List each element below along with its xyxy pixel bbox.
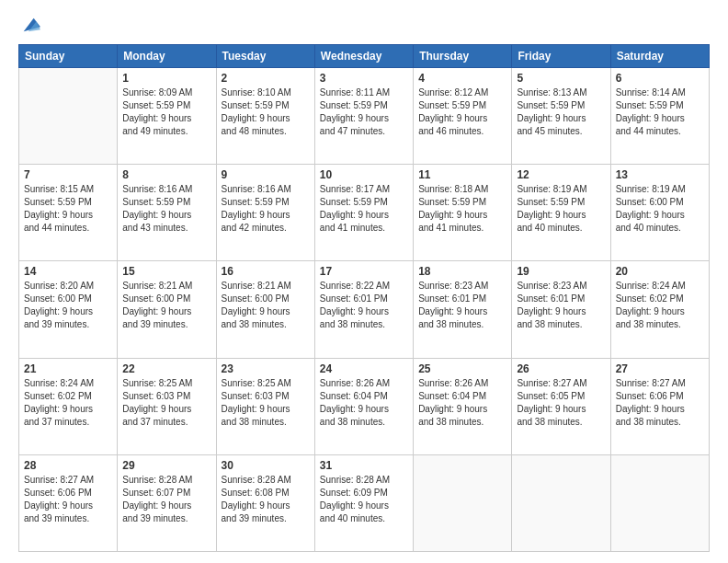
day-number: 9 bbox=[222, 168, 310, 181]
calendar-cell: 27Sunrise: 8:27 AMSunset: 6:06 PMDayligh… bbox=[610, 358, 709, 454]
day-info: Sunrise: 8:18 AMSunset: 5:59 PMDaylight:… bbox=[418, 183, 506, 235]
calendar-cell: 3Sunrise: 8:11 AMSunset: 5:59 PMDaylight… bbox=[314, 68, 413, 165]
calendar-cell: 14Sunrise: 8:20 AMSunset: 6:00 PMDayligh… bbox=[19, 261, 118, 358]
calendar-cell: 15Sunrise: 8:21 AMSunset: 6:00 PMDayligh… bbox=[118, 261, 216, 358]
day-info: Sunrise: 8:28 AMSunset: 6:08 PMDaylight:… bbox=[222, 474, 310, 525]
calendar-week-4: 21Sunrise: 8:24 AMSunset: 6:02 PMDayligh… bbox=[19, 358, 710, 454]
day-number: 24 bbox=[320, 362, 408, 375]
calendar-cell: 28Sunrise: 8:27 AMSunset: 6:06 PMDayligh… bbox=[19, 454, 118, 551]
calendar-week-3: 14Sunrise: 8:20 AMSunset: 6:00 PMDayligh… bbox=[19, 261, 710, 358]
day-info: Sunrise: 8:28 AMSunset: 6:09 PMDaylight:… bbox=[320, 474, 408, 525]
day-number: 30 bbox=[222, 459, 310, 472]
day-info: Sunrise: 8:24 AMSunset: 6:02 PMDaylight:… bbox=[24, 377, 112, 429]
day-number: 4 bbox=[418, 72, 506, 85]
day-number: 2 bbox=[222, 72, 310, 85]
logo bbox=[18, 17, 40, 35]
day-info: Sunrise: 8:28 AMSunset: 6:07 PMDaylight:… bbox=[122, 474, 210, 525]
calendar-cell: 12Sunrise: 8:19 AMSunset: 5:59 PMDayligh… bbox=[512, 165, 610, 261]
weekday-header-tuesday: Tuesday bbox=[216, 45, 314, 68]
calendar-cell: 16Sunrise: 8:21 AMSunset: 6:00 PMDayligh… bbox=[216, 261, 314, 358]
day-number: 14 bbox=[24, 265, 112, 278]
day-info: Sunrise: 8:26 AMSunset: 6:04 PMDaylight:… bbox=[320, 377, 408, 429]
calendar-cell: 9Sunrise: 8:16 AMSunset: 5:59 PMDaylight… bbox=[216, 165, 314, 261]
day-info: Sunrise: 8:21 AMSunset: 6:00 PMDaylight:… bbox=[122, 280, 210, 331]
day-number: 19 bbox=[517, 265, 605, 278]
day-info: Sunrise: 8:19 AMSunset: 6:00 PMDaylight:… bbox=[616, 183, 704, 235]
day-info: Sunrise: 8:14 AMSunset: 5:59 PMDaylight:… bbox=[616, 86, 704, 138]
day-number: 28 bbox=[24, 459, 112, 472]
calendar-cell: 19Sunrise: 8:23 AMSunset: 6:01 PMDayligh… bbox=[512, 261, 610, 358]
day-info: Sunrise: 8:27 AMSunset: 6:05 PMDaylight:… bbox=[517, 377, 605, 429]
day-info: Sunrise: 8:16 AMSunset: 5:59 PMDaylight:… bbox=[222, 183, 310, 235]
calendar-cell: 8Sunrise: 8:16 AMSunset: 5:59 PMDaylight… bbox=[118, 165, 216, 261]
day-number: 6 bbox=[616, 72, 704, 85]
day-info: Sunrise: 8:23 AMSunset: 6:01 PMDaylight:… bbox=[418, 280, 506, 331]
day-info: Sunrise: 8:27 AMSunset: 6:06 PMDaylight:… bbox=[616, 377, 704, 429]
calendar-cell: 21Sunrise: 8:24 AMSunset: 6:02 PMDayligh… bbox=[19, 358, 118, 454]
calendar-cell: 20Sunrise: 8:24 AMSunset: 6:02 PMDayligh… bbox=[610, 261, 709, 358]
calendar-cell: 23Sunrise: 8:25 AMSunset: 6:03 PMDayligh… bbox=[216, 358, 314, 454]
calendar-cell: 26Sunrise: 8:27 AMSunset: 6:05 PMDayligh… bbox=[512, 358, 610, 454]
calendar-cell bbox=[19, 68, 118, 165]
calendar-cell bbox=[610, 454, 709, 551]
weekday-header-thursday: Thursday bbox=[414, 45, 512, 68]
day-info: Sunrise: 8:25 AMSunset: 6:03 PMDaylight:… bbox=[222, 377, 310, 429]
calendar-cell: 18Sunrise: 8:23 AMSunset: 6:01 PMDayligh… bbox=[414, 261, 512, 358]
calendar-cell: 30Sunrise: 8:28 AMSunset: 6:08 PMDayligh… bbox=[216, 454, 314, 551]
day-number: 11 bbox=[418, 168, 506, 181]
day-info: Sunrise: 8:22 AMSunset: 6:01 PMDaylight:… bbox=[320, 280, 408, 331]
day-info: Sunrise: 8:15 AMSunset: 5:59 PMDaylight:… bbox=[24, 183, 112, 235]
calendar-cell: 5Sunrise: 8:13 AMSunset: 5:59 PMDaylight… bbox=[512, 68, 610, 165]
calendar-week-5: 28Sunrise: 8:27 AMSunset: 6:06 PMDayligh… bbox=[19, 454, 710, 551]
weekday-header-monday: Monday bbox=[118, 45, 216, 68]
day-number: 27 bbox=[616, 362, 704, 375]
calendar-cell: 11Sunrise: 8:18 AMSunset: 5:59 PMDayligh… bbox=[414, 165, 512, 261]
day-info: Sunrise: 8:27 AMSunset: 6:06 PMDaylight:… bbox=[24, 474, 112, 525]
day-number: 20 bbox=[616, 265, 704, 278]
day-number: 25 bbox=[418, 362, 506, 375]
calendar-cell: 13Sunrise: 8:19 AMSunset: 6:00 PMDayligh… bbox=[610, 165, 709, 261]
day-info: Sunrise: 8:21 AMSunset: 6:00 PMDaylight:… bbox=[222, 280, 310, 331]
day-info: Sunrise: 8:12 AMSunset: 5:59 PMDaylight:… bbox=[418, 86, 506, 138]
day-number: 21 bbox=[24, 362, 112, 375]
day-number: 22 bbox=[122, 362, 210, 375]
calendar-cell: 4Sunrise: 8:12 AMSunset: 5:59 PMDaylight… bbox=[414, 68, 512, 165]
calendar-cell: 31Sunrise: 8:28 AMSunset: 6:09 PMDayligh… bbox=[314, 454, 413, 551]
calendar-cell: 6Sunrise: 8:14 AMSunset: 5:59 PMDaylight… bbox=[610, 68, 709, 165]
day-info: Sunrise: 8:09 AMSunset: 5:59 PMDaylight:… bbox=[122, 86, 210, 138]
day-number: 8 bbox=[122, 168, 210, 181]
day-info: Sunrise: 8:19 AMSunset: 5:59 PMDaylight:… bbox=[517, 183, 605, 235]
day-number: 16 bbox=[222, 265, 310, 278]
day-info: Sunrise: 8:11 AMSunset: 5:59 PMDaylight:… bbox=[320, 86, 408, 138]
day-info: Sunrise: 8:25 AMSunset: 6:03 PMDaylight:… bbox=[122, 377, 210, 429]
day-number: 31 bbox=[320, 459, 408, 472]
day-number: 5 bbox=[517, 72, 605, 85]
day-info: Sunrise: 8:26 AMSunset: 6:04 PMDaylight:… bbox=[418, 377, 506, 429]
weekday-header-row: SundayMondayTuesdayWednesdayThursdayFrid… bbox=[19, 45, 710, 68]
calendar-cell: 2Sunrise: 8:10 AMSunset: 5:59 PMDaylight… bbox=[216, 68, 314, 165]
calendar-cell: 22Sunrise: 8:25 AMSunset: 6:03 PMDayligh… bbox=[118, 358, 216, 454]
calendar-week-2: 7Sunrise: 8:15 AMSunset: 5:59 PMDaylight… bbox=[19, 165, 710, 261]
calendar-cell: 29Sunrise: 8:28 AMSunset: 6:07 PMDayligh… bbox=[118, 454, 216, 551]
calendar-week-1: 1Sunrise: 8:09 AMSunset: 5:59 PMDaylight… bbox=[19, 68, 710, 165]
day-number: 7 bbox=[24, 168, 112, 181]
day-number: 12 bbox=[517, 168, 605, 181]
day-number: 23 bbox=[222, 362, 310, 375]
day-number: 26 bbox=[517, 362, 605, 375]
day-info: Sunrise: 8:23 AMSunset: 6:01 PMDaylight:… bbox=[517, 280, 605, 331]
day-info: Sunrise: 8:24 AMSunset: 6:02 PMDaylight:… bbox=[616, 280, 704, 331]
day-info: Sunrise: 8:17 AMSunset: 5:59 PMDaylight:… bbox=[320, 183, 408, 235]
calendar-cell: 24Sunrise: 8:26 AMSunset: 6:04 PMDayligh… bbox=[314, 358, 413, 454]
day-number: 3 bbox=[320, 72, 408, 85]
calendar-table: SundayMondayTuesdayWednesdayThursdayFrid… bbox=[18, 44, 710, 552]
calendar-cell: 10Sunrise: 8:17 AMSunset: 5:59 PMDayligh… bbox=[314, 165, 413, 261]
calendar-cell bbox=[512, 454, 610, 551]
calendar-cell: 7Sunrise: 8:15 AMSunset: 5:59 PMDaylight… bbox=[19, 165, 118, 261]
weekday-header-wednesday: Wednesday bbox=[314, 45, 413, 68]
day-number: 13 bbox=[616, 168, 704, 181]
calendar-cell: 25Sunrise: 8:26 AMSunset: 6:04 PMDayligh… bbox=[414, 358, 512, 454]
day-info: Sunrise: 8:10 AMSunset: 5:59 PMDaylight:… bbox=[222, 86, 310, 138]
weekday-header-friday: Friday bbox=[512, 45, 610, 68]
day-number: 29 bbox=[122, 459, 210, 472]
logo-icon bbox=[20, 15, 40, 35]
